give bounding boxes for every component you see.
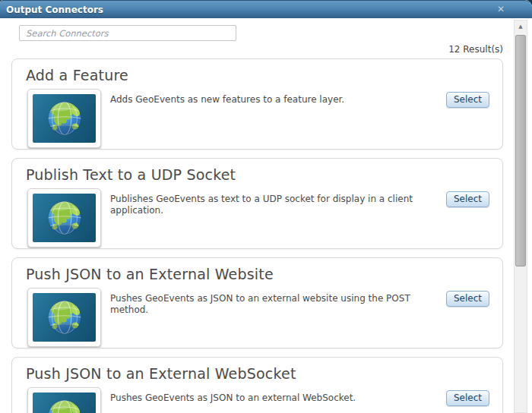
connector-card: Publish Text to a UDP Socket — [11, 158, 503, 249]
results-count: 12 Result(s) — [11, 44, 503, 55]
connector-title: Push JSON to an External Website — [26, 266, 489, 282]
globe-icon — [45, 298, 84, 337]
close-button[interactable]: ✕ — [496, 4, 506, 14]
scrollbar[interactable]: ▲ — [514, 20, 527, 413]
scrollbar-thumb[interactable] — [515, 35, 526, 266]
connector-thumbnail — [27, 288, 101, 347]
globe-icon — [45, 198, 84, 238]
scroll-up-icon: ▲ — [518, 24, 522, 30]
page-backdrop: { "dialog": { "title": "Output Connector… — [0, 0, 532, 413]
select-button[interactable]: Select — [446, 291, 489, 307]
scrollbar-up-button[interactable]: ▲ — [515, 20, 527, 33]
thumbnail-background — [33, 293, 96, 342]
thumbnail-background — [33, 194, 96, 242]
connector-description: Adds GeoEvents as new features to a feat… — [110, 89, 446, 106]
connector-thumbnail — [27, 387, 101, 413]
search-input[interactable] — [19, 25, 236, 41]
dialog-titlebar[interactable]: Output Connectors ✕ — [0, 0, 532, 18]
connector-list: Add a Feature — [11, 58, 503, 413]
connector-title: Add a Feature — [26, 67, 489, 84]
connector-title: Push JSON to an External WebSocket — [26, 365, 489, 382]
thumbnail-background — [33, 393, 96, 413]
connector-description: Pushes GeoEvents as JSON to an external … — [110, 288, 446, 316]
select-button[interactable]: Select — [446, 390, 489, 406]
connector-card: Push JSON to an External WebSocket — [11, 357, 503, 413]
connector-card: Add a Feature — [11, 58, 503, 150]
connector-card: Push JSON to an External Website — [11, 257, 503, 348]
connector-description: Publishes GeoEvents as text to a UDP soc… — [110, 188, 446, 216]
select-button[interactable]: Select — [446, 191, 489, 207]
output-connectors-dialog: Output Connectors ✕ 12 Result(s) Add a F… — [0, 0, 532, 413]
dialog-title: Output Connectors — [6, 5, 103, 15]
globe-icon — [45, 99, 84, 138]
connector-thumbnail — [27, 89, 101, 148]
thumbnail-background — [33, 94, 96, 143]
connector-description: Pushes GeoEvents as JSON to an external … — [110, 387, 446, 404]
connector-thumbnail — [27, 188, 101, 247]
globe-icon — [45, 397, 84, 413]
connector-title: Publish Text to a UDP Socket — [26, 166, 489, 183]
dialog-content: 12 Result(s) Add a Feature — [0, 19, 532, 413]
select-button[interactable]: Select — [446, 92, 489, 108]
close-icon: ✕ — [497, 4, 505, 14]
